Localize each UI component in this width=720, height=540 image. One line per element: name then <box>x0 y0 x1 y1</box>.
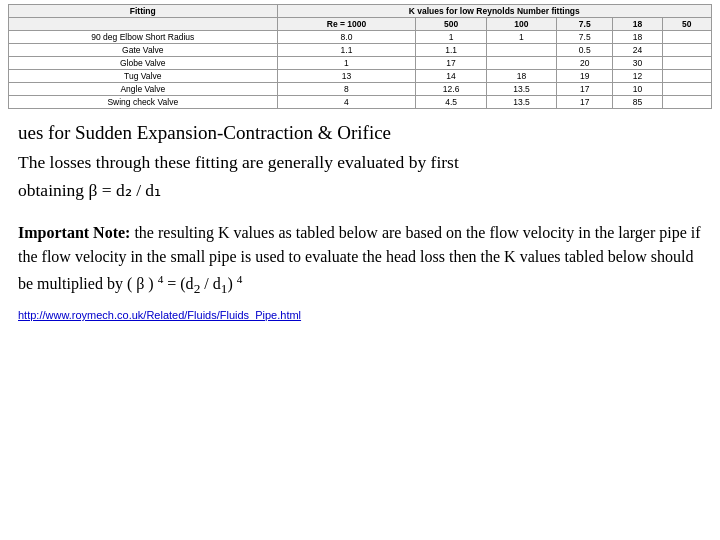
col-18: 18 <box>613 18 662 31</box>
cell-500: 17 <box>416 57 486 70</box>
title-text: ues for Sudden Expansion-Contraction & O… <box>18 122 391 143</box>
col-fitting-empty <box>9 18 278 31</box>
col-re1000: Re = 1000 <box>277 18 416 31</box>
col-k-values-header: K values for low Reynolds Number fitting… <box>277 5 711 18</box>
col-100: 100 <box>486 18 556 31</box>
cell-500: 12.6 <box>416 83 486 96</box>
section-title: ues for Sudden Expansion-Contraction & O… <box>18 121 702 146</box>
cell-75: 0.5 <box>557 44 613 57</box>
cell-50 <box>662 83 711 96</box>
cell-re1000: 1 <box>277 57 416 70</box>
cell-re1000: 1.1 <box>277 44 416 57</box>
cell-18: 10 <box>613 83 662 96</box>
col-75: 7.5 <box>557 18 613 31</box>
cell-100: 13.5 <box>486 96 556 109</box>
subtitle-text: The losses through these fitting are gen… <box>18 150 702 175</box>
cell-re1000: 8 <box>277 83 416 96</box>
cell-75: 20 <box>557 57 613 70</box>
table-row: Angle Valve 8 12.6 13.5 17 10 <box>9 83 712 96</box>
cell-50 <box>662 31 711 44</box>
table-row: Globe Valve 1 17 20 30 <box>9 57 712 70</box>
table-row: 90 deg Elbow Short Radius 8.0 1 1 7.5 18 <box>9 31 712 44</box>
cell-re1000: 13 <box>277 70 416 83</box>
table-row: Swing check Valve 4 4.5 13.5 17 85 <box>9 96 712 109</box>
cell-re1000: 8.0 <box>277 31 416 44</box>
table-section: Fitting K values for low Reynolds Number… <box>0 0 720 111</box>
cell-75: 7.5 <box>557 31 613 44</box>
cell-100 <box>486 57 556 70</box>
cell-18: 85 <box>613 96 662 109</box>
note-label: Important Note: <box>18 224 130 241</box>
fitting-name: 90 deg Elbow Short Radius <box>9 31 278 44</box>
cell-50 <box>662 70 711 83</box>
important-note: Important Note: the resulting K values a… <box>18 221 702 300</box>
cell-100: 1 <box>486 31 556 44</box>
fitting-name: Gate Valve <box>9 44 278 57</box>
cell-100: 18 <box>486 70 556 83</box>
cell-100 <box>486 44 556 57</box>
cell-50 <box>662 96 711 109</box>
table-row: Tug Valve 13 14 18 19 12 <box>9 70 712 83</box>
cell-75: 17 <box>557 83 613 96</box>
cell-500: 14 <box>416 70 486 83</box>
content-section: ues for Sudden Expansion-Contraction & O… <box>0 111 720 540</box>
cell-18: 24 <box>613 44 662 57</box>
cell-75: 19 <box>557 70 613 83</box>
fitting-name: Angle Valve <box>9 83 278 96</box>
cell-500: 1.1 <box>416 44 486 57</box>
fitting-name: Globe Valve <box>9 57 278 70</box>
fitting-name: Swing check Valve <box>9 96 278 109</box>
cell-18: 12 <box>613 70 662 83</box>
cell-500: 4.5 <box>416 96 486 109</box>
cell-re1000: 4 <box>277 96 416 109</box>
fitting-table: Fitting K values for low Reynolds Number… <box>8 4 712 109</box>
cell-18: 30 <box>613 57 662 70</box>
col-500: 500 <box>416 18 486 31</box>
table-row: Gate Valve 1.1 1.1 0.5 24 <box>9 44 712 57</box>
page-container: Fitting K values for low Reynolds Number… <box>0 0 720 540</box>
cell-50 <box>662 57 711 70</box>
cell-18: 18 <box>613 31 662 44</box>
cell-50 <box>662 44 711 57</box>
cell-100: 13.5 <box>486 83 556 96</box>
cell-75: 17 <box>557 96 613 109</box>
source-link[interactable]: http://www.roymech.co.uk/Related/Fluids/… <box>18 309 702 321</box>
col-fitting: Fitting <box>9 5 278 18</box>
fitting-name: Tug Valve <box>9 70 278 83</box>
cell-500: 1 <box>416 31 486 44</box>
beta-equation: obtaining β = d₂ / d₁ <box>18 178 702 203</box>
col-50: 50 <box>662 18 711 31</box>
